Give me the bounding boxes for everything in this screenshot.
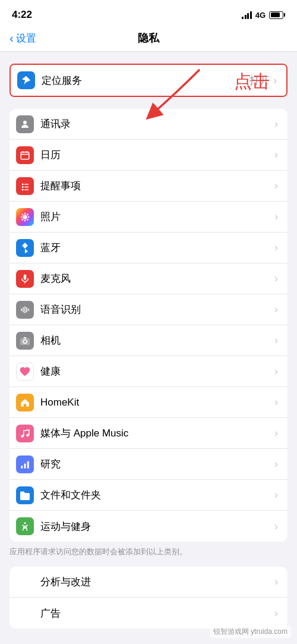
homekit-chevron-icon: › — [274, 396, 278, 409]
media-label: 媒体与 Apple Music — [40, 426, 274, 440]
research-item[interactable]: 研究 › — [10, 449, 287, 480]
camera-icon-wrap — [10, 332, 40, 350]
location-label: 定位服务 — [42, 74, 249, 87]
files-folder-icon — [16, 486, 34, 504]
photos-icon — [16, 208, 34, 226]
research-label: 研究 — [40, 457, 274, 471]
footer-note: 应用程序请求访问您的数据时会被添加到以上类别。 — [0, 542, 297, 562]
reminders-icon — [16, 177, 34, 195]
homekit-icon-wrap — [10, 394, 40, 411]
svg-rect-33 — [27, 461, 29, 468]
photos-item[interactable]: 照片 › — [10, 202, 287, 233]
svg-rect-22 — [21, 308, 22, 311]
back-button[interactable]: ‹ 设置 — [10, 32, 36, 45]
media-item[interactable]: 媒体与 Apple Music › — [10, 418, 287, 449]
back-label: 设置 — [16, 32, 36, 45]
location-icon-wrap — [11, 71, 42, 89]
svg-rect-25 — [26, 307, 27, 312]
analytics-item[interactable]: 分析与改进 › — [10, 567, 287, 598]
reminders-item[interactable]: 提醒事项 › — [10, 171, 287, 202]
bluetooth-item[interactable]: 蓝牙 › — [10, 233, 287, 263]
microphone-icon — [16, 270, 34, 288]
location-icon — [17, 71, 35, 89]
status-time: 4:22 — [12, 9, 32, 21]
fitness-chevron-icon: › — [274, 520, 278, 533]
homekit-item[interactable]: HomeKit › — [10, 387, 287, 418]
battery-icon — [269, 11, 285, 19]
signal-bars-icon — [242, 11, 252, 19]
ads-label: 广告 — [40, 607, 274, 620]
health-icon — [16, 363, 34, 381]
microphone-label: 麦克风 — [40, 272, 274, 285]
svg-point-16 — [21, 213, 23, 215]
status-icons: 4G — [242, 11, 285, 20]
svg-point-12 — [24, 212, 26, 214]
media-chevron-icon: › — [274, 427, 278, 439]
location-value: 打开 — [249, 74, 270, 87]
files-item[interactable]: 文件和文件夹 › — [10, 480, 287, 511]
network-type: 4G — [255, 11, 266, 20]
svg-rect-1 — [21, 152, 29, 159]
svg-point-7 — [22, 189, 24, 190]
bluetooth-icon — [16, 239, 34, 257]
status-bar: 4:22 4G — [0, 0, 297, 26]
files-icon-wrap — [10, 486, 40, 504]
photos-icon-wrap — [10, 208, 40, 226]
svg-rect-26 — [28, 308, 29, 311]
photos-chevron-icon: › — [274, 211, 278, 223]
location-item-box: 定位服务 打开 › — [10, 64, 287, 97]
ads-chevron-icon: › — [274, 607, 278, 620]
camera-label: 相机 — [40, 334, 274, 347]
svg-point-17 — [27, 213, 29, 215]
ads-item[interactable]: 广告 › — [10, 598, 287, 629]
calendar-icon — [16, 146, 34, 164]
svg-point-19 — [27, 218, 29, 220]
svg-rect-20 — [24, 274, 27, 279]
location-chevron-icon: › — [273, 74, 277, 87]
files-chevron-icon: › — [274, 489, 278, 501]
files-label: 文件和文件夹 — [40, 488, 274, 502]
reminders-label: 提醒事项 — [40, 179, 274, 193]
reminders-icon-wrap — [10, 177, 40, 195]
svg-point-5 — [22, 183, 24, 185]
contacts-icon-wrap — [10, 115, 40, 133]
health-icon-wrap — [10, 363, 40, 381]
analytics-chevron-icon: › — [274, 576, 278, 588]
homekit-label: HomeKit — [40, 397, 274, 409]
camera-item[interactable]: 相机 › — [10, 325, 287, 356]
camera-chevron-icon: › — [274, 334, 278, 347]
research-icon-wrap — [10, 455, 40, 473]
analytics-section-group: 分析与改进 › 广告 › — [10, 567, 287, 629]
health-chevron-icon: › — [274, 365, 278, 378]
speech-item[interactable]: 语音识别 › — [10, 294, 287, 325]
svg-point-14 — [21, 216, 23, 218]
analytics-label: 分析与改进 — [40, 575, 274, 589]
fitness-label: 运动与健身 — [40, 520, 274, 533]
page-title: 隐私 — [138, 31, 159, 45]
speech-icon-wrap — [10, 301, 40, 319]
svg-rect-32 — [24, 463, 26, 468]
microphone-item[interactable]: 麦克风 › — [10, 263, 287, 294]
health-item[interactable]: 健康 › — [10, 356, 287, 387]
bluetooth-icon-wrap — [10, 239, 40, 257]
svg-point-6 — [22, 186, 24, 188]
calendar-icon-wrap — [10, 146, 40, 164]
contacts-item[interactable]: 通讯录 › — [10, 109, 287, 140]
svg-point-34 — [24, 522, 26, 524]
privacy-menu-group: 通讯录 › 日历 › — [10, 109, 287, 542]
microphone-chevron-icon: › — [274, 272, 278, 285]
location-services-item[interactable]: 定位服务 打开 › — [11, 65, 286, 96]
fitness-icon — [16, 517, 34, 535]
speech-recognition-icon — [16, 301, 34, 319]
calendar-chevron-icon: › — [274, 149, 278, 161]
svg-point-29 — [21, 435, 24, 438]
health-label: 健康 — [40, 365, 274, 378]
svg-rect-24 — [24, 306, 26, 313]
homekit-icon — [16, 394, 34, 411]
calendar-item[interactable]: 日历 › — [10, 140, 287, 171]
bluetooth-label: 蓝牙 — [40, 241, 274, 255]
media-icon-wrap — [10, 425, 40, 442]
fitness-item[interactable]: 运动与健身 › — [10, 511, 287, 542]
svg-rect-23 — [23, 307, 24, 312]
research-icon — [16, 455, 34, 473]
